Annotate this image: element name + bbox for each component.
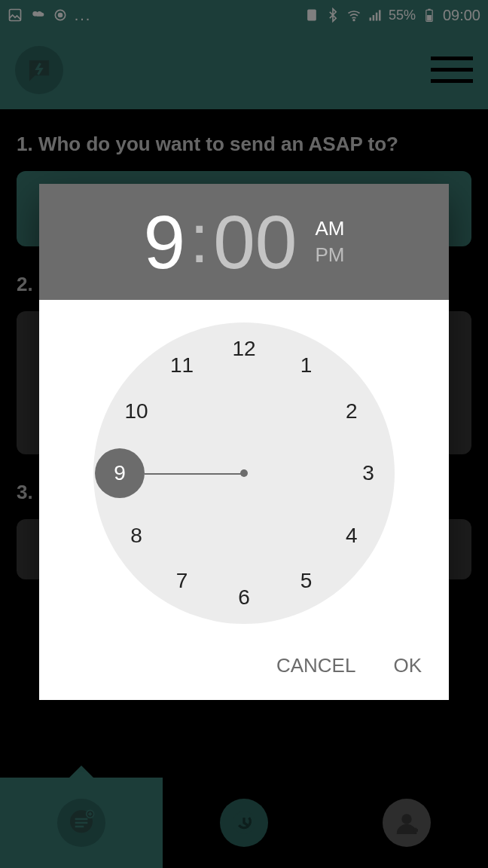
clock-selected-hour[interactable]: 9 <box>95 448 145 498</box>
clock-hour-8[interactable]: 8 <box>121 521 151 551</box>
dialog-actions: CANCEL OK <box>39 639 449 700</box>
clock-hand <box>145 473 244 475</box>
clock-hour-4[interactable]: 4 <box>337 521 367 551</box>
clock-hour-7[interactable]: 7 <box>167 566 197 596</box>
clock-hour-6[interactable]: 6 <box>229 582 259 613</box>
ok-button[interactable]: OK <box>393 654 422 677</box>
selected-hour[interactable]: 9 <box>144 204 186 280</box>
am-toggle[interactable]: AM <box>315 217 344 240</box>
clock-hour-10[interactable]: 10 <box>121 396 151 426</box>
clock-hour-12[interactable]: 12 <box>229 334 259 364</box>
pm-toggle[interactable]: PM <box>315 243 344 267</box>
clock-face-container: 121234567810119 <box>39 300 449 639</box>
time-display-header: 9 : 00 AM PM <box>39 184 449 300</box>
time-picker-dialog: 9 : 00 AM PM 121234567810119 CANCEL OK <box>39 184 449 700</box>
selected-minute[interactable]: 00 <box>213 204 297 280</box>
time-colon: : <box>190 205 209 273</box>
clock-hour-11[interactable]: 11 <box>167 350 197 381</box>
clock-face[interactable]: 121234567810119 <box>93 322 395 624</box>
clock-hour-1[interactable]: 1 <box>291 350 322 381</box>
clock-hour-3[interactable]: 3 <box>353 458 383 488</box>
cancel-button[interactable]: CANCEL <box>276 654 355 677</box>
clock-hour-2[interactable]: 2 <box>337 396 367 426</box>
clock-hour-5[interactable]: 5 <box>291 566 322 596</box>
